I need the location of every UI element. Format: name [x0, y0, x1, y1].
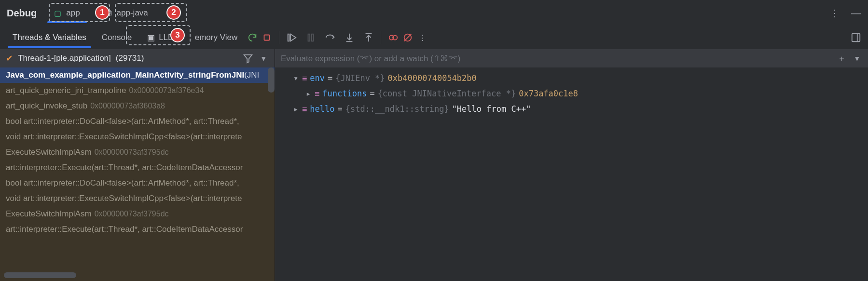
check-icon: ✔	[6, 53, 13, 64]
separator	[279, 31, 279, 44]
separator	[381, 31, 381, 44]
run-config-label: app-java	[117, 8, 148, 18]
evaluate-placeholder: Evaluate expression (⌤) or add a watch (…	[281, 54, 460, 64]
debug-panel-title: Debug	[7, 8, 37, 19]
layout-icon[interactable]	[851, 32, 861, 43]
svg-rect-4	[312, 34, 314, 41]
svg-rect-13	[852, 34, 860, 42]
run-config-tab-bar: Debug ▢ app ⧉ app-java ⋮ — 1 2	[0, 0, 868, 26]
stack-frame[interactable]: ExecuteSwitchImplAsm0x00000073af3795dc	[0, 145, 275, 160]
step-over-icon[interactable]	[325, 32, 335, 43]
variables-tree[interactable]: ▾ ≡ env = {JNIEnv *} 0xb40000740054b2b0 …	[275, 67, 868, 281]
frames-pane: ✔ Thread-1-[ple.application] (29731) ▾ J…	[0, 49, 275, 281]
var-row-hello[interactable]: ▸ ≡ hello = {std::__ndk1::string} "Hello…	[280, 101, 863, 117]
run-config-tab-app[interactable]: ▢ app	[45, 3, 88, 23]
field-icon: ≡	[302, 73, 307, 83]
android-icon: ▢	[54, 9, 61, 18]
chevron-down-icon[interactable]: ▾	[258, 53, 269, 64]
add-watch-icon[interactable]: ＋	[836, 53, 847, 64]
stack-frame[interactable]: void art::interpreter::ExecuteSwitchImpl…	[0, 129, 275, 145]
step-into-icon[interactable]	[344, 32, 355, 43]
var-row-env[interactable]: ▾ ≡ env = {JNIEnv *} 0xb40000740054b2b0	[280, 70, 863, 86]
evaluate-expression-bar[interactable]: Evaluate expression (⌤) or add a watch (…	[275, 49, 868, 67]
svg-rect-3	[308, 34, 310, 41]
run-config-label: app	[66, 8, 80, 18]
var-row-functions[interactable]: ▸ ≡ functions = {const JNINativeInterfac…	[280, 86, 863, 101]
stack-frame[interactable]: art::interpreter::Execute(art::Thread*, …	[0, 222, 275, 237]
stack-frame[interactable]: art_quick_invoke_stub0x00000073af3603a8	[0, 98, 275, 114]
rerun-icon[interactable]	[247, 32, 258, 43]
variables-pane: Evaluate expression (⌤) or add a watch (…	[275, 49, 868, 281]
svg-rect-1	[288, 34, 289, 41]
tab-memory-view[interactable]: emory View	[189, 28, 244, 47]
debug-view-tab-bar: Threads & Variables Console ▣ LLDB emory…	[0, 26, 868, 49]
svg-marker-15	[244, 55, 252, 63]
mute-breakpoints-icon[interactable]	[402, 32, 413, 43]
field-icon: ≡	[302, 104, 307, 114]
view-breakpoints-icon[interactable]	[388, 32, 399, 43]
pause-icon	[305, 32, 316, 43]
chevron-down-icon[interactable]: ▾	[292, 73, 299, 83]
stack-frame[interactable]: bool art::interpreter::DoCall<false>(art…	[0, 114, 275, 129]
callout-badge-2: 2	[166, 5, 181, 20]
svg-marker-2	[290, 34, 296, 41]
svg-rect-0	[264, 35, 270, 40]
stack-frame[interactable]: ExecuteSwitchImplAsm0x00000073af3795dc	[0, 206, 275, 222]
more-icon[interactable]: ⋮	[829, 8, 840, 18]
step-out-icon[interactable]	[363, 32, 374, 43]
stack-frame[interactable]: void art::interpreter::ExecuteSwitchImpl…	[0, 191, 275, 206]
thread-pid: (29731)	[116, 54, 144, 63]
frames-list[interactable]: Java_com_example_application_MainActivit…	[0, 67, 275, 281]
stack-frame[interactable]: Java_com_example_application_MainActivit…	[0, 67, 275, 83]
chevron-down-icon[interactable]: ▾	[852, 53, 862, 64]
debug-content: ✔ Thread-1-[ple.application] (29731) ▾ J…	[0, 49, 868, 281]
scrollbar-horizontal[interactable]	[4, 272, 76, 278]
callout-badge-3: 3	[170, 28, 185, 42]
tab-threads-variables[interactable]: Threads & Variables	[7, 28, 92, 47]
resume-icon[interactable]	[286, 32, 297, 43]
scrollbar-vertical[interactable]	[268, 67, 275, 93]
callout-badge-1: 1	[95, 5, 110, 20]
field-icon: ≡	[315, 89, 319, 98]
tab-console[interactable]: Console	[96, 28, 138, 47]
thread-name: Thread-1-[ple.application]	[18, 54, 111, 63]
stop-icon[interactable]	[262, 32, 272, 43]
stack-frame[interactable]: bool art::interpreter::DoCall<false>(art…	[0, 175, 275, 191]
stack-frame[interactable]: art_quick_generic_jni_trampoline0x000000…	[0, 83, 275, 98]
filter-icon[interactable]	[243, 53, 253, 64]
frames-header: ✔ Thread-1-[ple.application] (29731) ▾	[0, 49, 275, 67]
chevron-right-icon[interactable]: ▸	[292, 104, 299, 114]
stack-frame[interactable]: art::interpreter::Execute(art::Thread*, …	[0, 160, 275, 175]
minimize-icon[interactable]: —	[851, 8, 861, 18]
chevron-right-icon[interactable]: ▸	[305, 89, 312, 98]
more-debug-icon[interactable]: ⋮	[417, 32, 427, 43]
terminal-icon: ▣	[147, 33, 155, 43]
